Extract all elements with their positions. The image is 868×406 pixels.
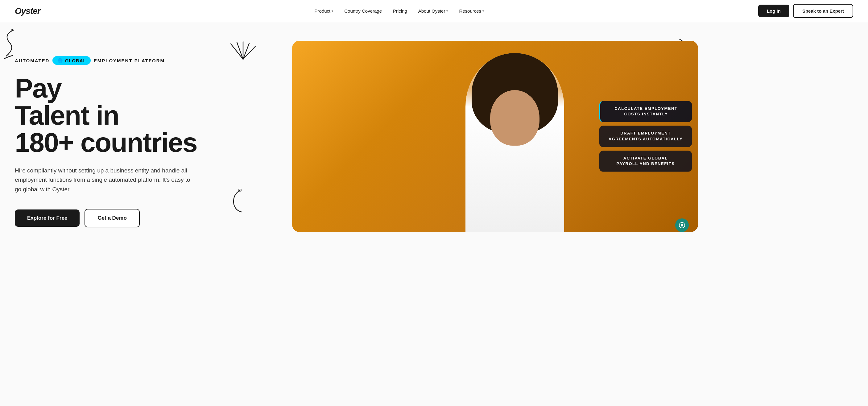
oyster-circle-icon [675, 218, 689, 232]
chevron-down-icon: ▾ [332, 9, 333, 13]
hero-buttons: Explore for Free Get a Demo [15, 209, 237, 227]
svg-point-8 [681, 224, 683, 226]
logo[interactable]: Oyster [15, 6, 40, 16]
hero-section: AUTOMATED 🌐 GLOBAL EMPLOYMENT PLATFORM P… [0, 22, 868, 406]
tagline: AUTOMATED 🌐 GLOBAL EMPLOYMENT PLATFORM [15, 56, 237, 65]
nav-links: Product ▾ Country Coverage Pricing About… [40, 6, 758, 16]
speak-expert-button[interactable]: Speak to an Expert [793, 4, 853, 18]
tag-badge-text: GLOBAL [65, 58, 86, 63]
tag-badge: 🌐 GLOBAL [53, 56, 90, 65]
feature-pill-draft[interactable]: DRAFT EMPLOYMENT AGREEMENTS AUTOMATICALL… [599, 126, 692, 147]
hero-description: Hire compliantly without setting up a bu… [15, 166, 194, 194]
explore-free-button[interactable]: Explore for Free [15, 210, 80, 227]
feature-pill-calc[interactable]: CALCULATE EMPLOYMENT COSTS INSTANTLY [599, 101, 692, 122]
globe-flag-icon: 🌐 [57, 57, 63, 64]
svg-line-2 [237, 42, 243, 59]
svg-line-4 [243, 43, 249, 59]
nav-about-oyster[interactable]: About Oyster ▾ [414, 6, 453, 16]
hero-right: CALCULATE EMPLOYMENT COSTS INSTANTLY DRA… [237, 35, 698, 238]
nav-pricing[interactable]: Pricing [389, 6, 411, 16]
tag-post: EMPLOYMENT PLATFORM [94, 58, 165, 63]
nav-country-coverage[interactable]: Country Coverage [340, 6, 386, 16]
heading-line3: 180+ countries [15, 127, 197, 158]
nav-product[interactable]: Product ▾ [310, 6, 338, 16]
face-shape [490, 90, 539, 146]
chevron-down-icon: ▾ [446, 9, 448, 13]
person-shape [465, 53, 564, 232]
get-demo-button[interactable]: Get a Demo [85, 209, 140, 227]
nav-resources[interactable]: Resources ▾ [455, 6, 488, 16]
nav-actions: Log In Speak to an Expert [758, 4, 853, 18]
hero-left: AUTOMATED 🌐 GLOBAL EMPLOYMENT PLATFORM P… [15, 41, 237, 227]
chevron-down-icon: ▾ [483, 9, 484, 13]
svg-point-0 [11, 29, 13, 31]
login-button[interactable]: Log In [758, 5, 789, 17]
svg-line-5 [243, 46, 255, 59]
feature-pill-activate[interactable]: ACTIVATE GLOBAL PAYROLL AND BENEFITS [599, 151, 692, 171]
navbar: Oyster Product ▾ Country Coverage Pricin… [0, 0, 868, 22]
svg-point-6 [239, 189, 241, 191]
hero-heading: Pay Talent in 180+ countries [15, 75, 237, 156]
tag-pre: AUTOMATED [15, 58, 49, 63]
heading-line1: Pay [15, 73, 61, 103]
heading-line2: Talent in [15, 100, 119, 130]
feature-pills: CALCULATE EMPLOYMENT COSTS INSTANTLY DRA… [599, 101, 692, 171]
